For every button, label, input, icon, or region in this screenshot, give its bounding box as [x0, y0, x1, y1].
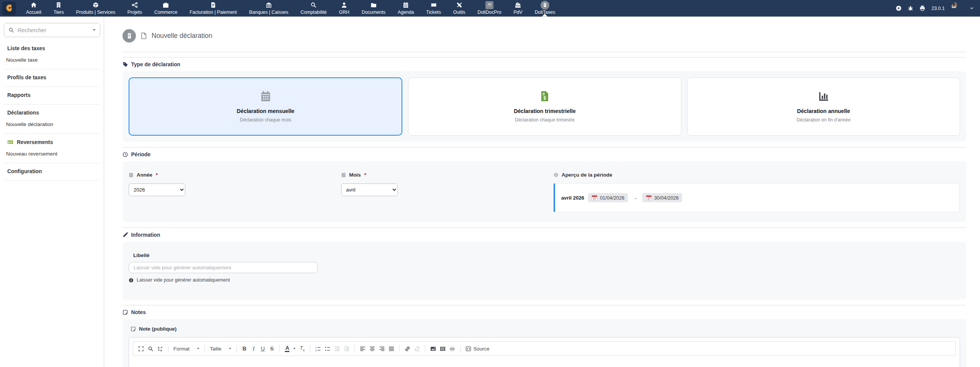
month-select[interactable]: avril — [341, 184, 398, 196]
section-notes: Notes Note (publique) baFormatTailleBIUS… — [122, 305, 966, 367]
unlink-button — [412, 344, 422, 353]
sidebar-menu: Liste des taxesNouvelle taxeProfils de t… — [4, 40, 100, 181]
sidebar-item-reversements[interactable]: $Reversements — [4, 139, 100, 145]
nav-item-tiers[interactable]: Tiers — [47, 0, 70, 16]
toolbar-separator — [354, 345, 355, 352]
nav-item-dolitaxes[interactable]: DoliTaxes — [529, 0, 561, 16]
section-title-type: Type de déclaration — [131, 62, 181, 67]
bulleted-list-button[interactable] — [323, 344, 332, 353]
chart-column-icon — [818, 90, 829, 102]
align-right-button[interactable] — [377, 344, 387, 353]
svg-text:17: 17 — [593, 197, 596, 200]
nav-item-tickets[interactable]: Tickets — [420, 0, 447, 16]
align-justify-button[interactable] — [387, 344, 396, 353]
debug-bar-icon[interactable] — [908, 5, 913, 11]
period-preview-box: avril 2026 17 01/04/2026 → 17 30/04/2026 — [554, 183, 959, 212]
nav-item-accueil[interactable]: Accueil — [20, 0, 47, 16]
image-button[interactable] — [428, 344, 438, 353]
info-icon — [129, 278, 134, 283]
font-size-button[interactable]: Taille — [208, 344, 233, 353]
table-button[interactable] — [438, 344, 448, 353]
sidebar-item-nouvelle-taxe[interactable]: Nouvelle taxe — [4, 57, 100, 63]
nav-item-comptabilit[interactable]: Comptabilité — [294, 0, 333, 16]
nav-item-documents[interactable]: Documents — [356, 0, 392, 16]
sidebar-item-d-clarations[interactable]: Déclarations — [4, 110, 100, 116]
nav-item-outils[interactable]: Outils — [447, 0, 471, 16]
nav-item-commerce[interactable]: Commerce — [148, 0, 183, 16]
nav-item-grh[interactable]: GRH — [333, 0, 355, 16]
editor-toolbar: baFormatTailleBIUSATx1.2.Source — [133, 341, 956, 356]
type-card-d-claration-annuelle[interactable]: Déclaration annuelleDéclaration en fin d… — [687, 77, 960, 136]
numbered-list-button[interactable]: 1.2. — [313, 344, 323, 353]
navbar-right: 23.0.1 — [896, 2, 980, 15]
search-caret-icon[interactable] — [93, 29, 96, 31]
italic-button[interactable]: I — [249, 344, 258, 353]
link-button[interactable] — [403, 344, 412, 353]
sidebar-item-configuration[interactable]: Configuration — [4, 169, 100, 174]
top-navbar: AccueilTiersProduits | ServicesProjetsCo… — [0, 0, 980, 17]
text-color-button[interactable]: A — [283, 344, 297, 353]
indent-icon — [344, 346, 350, 352]
strikethrough-button[interactable]: S — [267, 344, 276, 353]
home-icon — [31, 2, 37, 8]
preview-period: avril 2026 — [561, 195, 584, 201]
nav-item-pdv[interactable]: PdV — [507, 0, 528, 16]
nav-item-produits-services[interactable]: Produits | Services — [70, 0, 121, 16]
font-size-label: Taille — [210, 346, 221, 352]
bold-button[interactable]: B — [240, 344, 249, 353]
sidebar-item-profils-de-taxes[interactable]: Profils de taxes — [4, 75, 100, 80]
libelle-label: Libellé — [129, 252, 960, 258]
nav-item-projets[interactable]: Projets — [121, 0, 148, 16]
end-date-chip: 17 30/04/2026 — [642, 193, 682, 202]
maximize-icon — [138, 346, 144, 352]
unlink-icon — [414, 346, 420, 352]
year-select[interactable]: 2026 — [129, 184, 185, 196]
required-mark: * — [364, 172, 366, 178]
align-center-button[interactable] — [368, 344, 377, 353]
toolbar-separator — [236, 345, 237, 352]
search-input[interactable] — [18, 27, 89, 33]
quick-add-icon[interactable] — [896, 5, 902, 11]
source-button[interactable]: Source — [464, 344, 491, 353]
align-left-button[interactable] — [358, 344, 368, 353]
replace-button[interactable]: ba — [155, 344, 165, 353]
user-avatar[interactable] — [951, 2, 964, 15]
type-card-d-claration-trimestrielle[interactable]: $Déclaration trimestrielleDéclaration ch… — [408, 77, 681, 136]
dolibarr-logo-icon — [4, 3, 14, 13]
libelle-input[interactable] — [129, 262, 318, 273]
maximize-button[interactable] — [136, 344, 146, 353]
dolibarr-logo[interactable] — [2, 2, 16, 15]
nav-item-dolidocpro[interactable]: AIDOCSDoliDocPro — [471, 0, 507, 16]
nav-item-banques-caisses[interactable]: Banques | Caisses — [243, 0, 294, 16]
sidebar-group-liste-des-taxes: Liste des taxesNouvelle taxe — [4, 40, 100, 69]
sidebar-item-nouvelle-d-claration[interactable]: Nouvelle déclaration — [4, 121, 100, 127]
sidebar-item-rapports[interactable]: Rapports — [4, 92, 100, 98]
info-icon — [554, 172, 559, 177]
underline-button[interactable]: U — [258, 344, 267, 353]
horizontal-rule-button[interactable] — [448, 344, 457, 353]
document-icon — [140, 32, 147, 39]
sidebar-item-liste-des-taxes[interactable]: Liste des taxes — [4, 46, 100, 51]
editor-content-area[interactable] — [133, 356, 956, 367]
user-menu-caret-icon[interactable] — [970, 6, 974, 10]
card-title: Déclaration trimestrielle — [514, 108, 576, 114]
source-label: Source — [473, 346, 489, 352]
svg-text:b: b — [158, 346, 159, 349]
datepicker-icon: 17 — [591, 195, 598, 201]
indent-button — [342, 344, 351, 353]
cash-register-icon — [515, 2, 521, 8]
user-icon — [341, 2, 347, 8]
sidebar-search[interactable] — [4, 23, 100, 37]
print-icon[interactable] — [920, 5, 925, 11]
bulleted-list-icon — [325, 346, 330, 352]
nav-item-agenda[interactable]: Agenda — [392, 0, 420, 16]
paragraph-format-button[interactable]: Format — [172, 344, 201, 353]
sidebar-item-nouveau-reversement[interactable]: Nouveau reversement — [4, 151, 100, 157]
remove-format-button[interactable]: Tx — [297, 344, 307, 353]
start-date-chip: 17 01/04/2026 — [588, 193, 628, 202]
type-card-d-claration-mensuelle[interactable]: Déclaration mensuelleDéclaration chaque … — [129, 77, 402, 136]
find-button[interactable] — [146, 344, 155, 353]
calendar-icon — [403, 2, 409, 8]
nav-item-facturation-paiement[interactable]: Facturation | Paiement — [183, 0, 243, 16]
align-left-icon — [360, 346, 366, 352]
